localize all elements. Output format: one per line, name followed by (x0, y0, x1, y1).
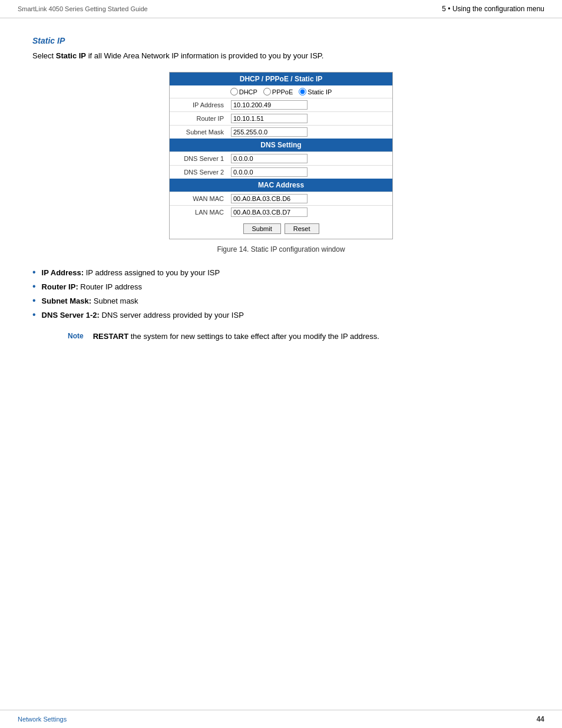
radio-pppoe-input[interactable] (263, 88, 271, 95)
wan-mac-value (229, 192, 392, 205)
subnet-mask-label: Subnet Mask (170, 126, 229, 138)
mac-header: MAC Address (170, 179, 392, 192)
radio-pppoe-label: PPPoE (272, 88, 293, 95)
dns2-label: DNS Server 2 (170, 166, 229, 178)
radio-dhcp-label: DHCP (239, 88, 257, 95)
wan-mac-input[interactable] (231, 194, 308, 203)
ip-address-value (229, 98, 392, 111)
intro-bold: Static IP (56, 51, 86, 60)
bullet-content: IP Address: IP address assigned to you b… (42, 268, 220, 277)
section-title: Static IP (32, 36, 530, 45)
dns1-row: DNS Server 1 (170, 151, 392, 165)
radio-staticip[interactable]: Static IP (299, 88, 332, 95)
router-ip-value (229, 112, 392, 125)
radio-pppoe[interactable]: PPPoE (263, 88, 293, 95)
dhcp-header: DHCP / PPPoE / Static IP (170, 73, 392, 85)
bullet-text-0: IP address assigned to you by your ISP (84, 268, 220, 277)
bullet-bold-0: IP Address: (42, 268, 84, 277)
radio-row: DHCP PPPoE Static IP (170, 85, 392, 98)
lan-mac-row: LAN MAC (170, 205, 392, 219)
dns2-row: DNS Server 2 (170, 165, 392, 179)
ip-address-input[interactable] (231, 100, 308, 110)
dns2-input[interactable] (231, 167, 308, 177)
header-chapter-prefix: 5 • (442, 5, 452, 13)
header-chapter-main: Using the configuration menu (452, 5, 544, 13)
list-item: DNS Server 1-2: DNS server address provi… (32, 311, 530, 320)
bullet-bold-3: DNS Server 1-2: (42, 311, 100, 319)
footer-section: Network Settings (18, 716, 67, 723)
lan-mac-label: LAN MAC (170, 206, 229, 218)
bullet-content: Router IP: Router IP address (42, 282, 142, 291)
wan-mac-label: WAN MAC (170, 193, 229, 205)
dns1-value (229, 152, 392, 165)
subnet-mask-input[interactable] (231, 127, 308, 137)
dns-header: DNS Setting (170, 139, 392, 151)
note-box: Note RESTART the system for new settings… (68, 332, 530, 341)
intro-suffix: if all Wide Area Network IP information … (86, 51, 323, 60)
note-bold: RESTART (93, 332, 128, 341)
list-item: Router IP: Router IP address (32, 282, 530, 292)
bullet-text-1: Router IP address (78, 282, 142, 291)
bullet-bold-2: Subnet Mask: (42, 297, 92, 305)
config-window: DHCP / PPPoE / Static IP DHCP PPPoE Stat… (169, 72, 393, 239)
page-footer: Network Settings 44 (0, 710, 562, 728)
footer-page-number: 44 (537, 715, 544, 723)
router-ip-label: Router IP (170, 113, 229, 124)
radio-dhcp[interactable]: DHCP (230, 88, 257, 95)
note-label: Note (68, 332, 84, 340)
router-ip-input[interactable] (231, 114, 308, 123)
subnet-mask-row: Subnet Mask (170, 125, 392, 139)
intro-text: Select (32, 51, 56, 60)
lan-mac-value (229, 206, 392, 219)
dns1-label: DNS Server 1 (170, 153, 229, 164)
dns2-value (229, 166, 392, 179)
submit-button[interactable]: Submit (243, 223, 281, 234)
main-content: Static IP Select Static IP if all Wide A… (0, 18, 562, 358)
reset-button[interactable]: Reset (285, 223, 319, 234)
dns1-input[interactable] (231, 154, 308, 163)
header-guide-title: SmartLink 4050 Series Getting Started Gu… (18, 5, 148, 12)
note-text: RESTART the system for new settings to t… (93, 332, 379, 341)
list-item: IP Address: IP address assigned to you b… (32, 268, 530, 278)
lan-mac-input[interactable] (231, 207, 308, 217)
list-item: Subnet Mask: Subnet mask (32, 297, 530, 306)
note-suffix: the system for new settings to take effe… (128, 332, 379, 341)
radio-staticip-label: Static IP (308, 88, 332, 95)
subnet-mask-value (229, 126, 392, 139)
figure-caption: Figure 14. Static IP configuration windo… (32, 245, 530, 253)
intro-paragraph: Select Static IP if all Wide Area Networ… (32, 51, 530, 60)
bullet-content: DNS Server 1-2: DNS server address provi… (42, 311, 244, 319)
bullet-list: IP Address: IP address assigned to you b… (32, 268, 530, 320)
bullet-bold-1: Router IP: (42, 282, 78, 291)
page-header: SmartLink 4050 Series Getting Started Gu… (0, 0, 562, 18)
radio-staticip-input[interactable] (299, 88, 306, 95)
bullet-text-2: Subnet mask (91, 297, 138, 305)
button-row: Submit Reset (170, 219, 392, 239)
wan-mac-row: WAN MAC (170, 192, 392, 205)
ip-address-row: IP Address (170, 98, 392, 111)
bullet-text-3: DNS server address provided by your ISP (100, 311, 244, 319)
radio-dhcp-input[interactable] (230, 88, 238, 95)
bullet-content: Subnet Mask: Subnet mask (42, 297, 138, 305)
router-ip-row: Router IP (170, 111, 392, 125)
header-chapter: 5 • Using the configuration menu (442, 5, 544, 13)
ip-address-label: IP Address (170, 99, 229, 111)
